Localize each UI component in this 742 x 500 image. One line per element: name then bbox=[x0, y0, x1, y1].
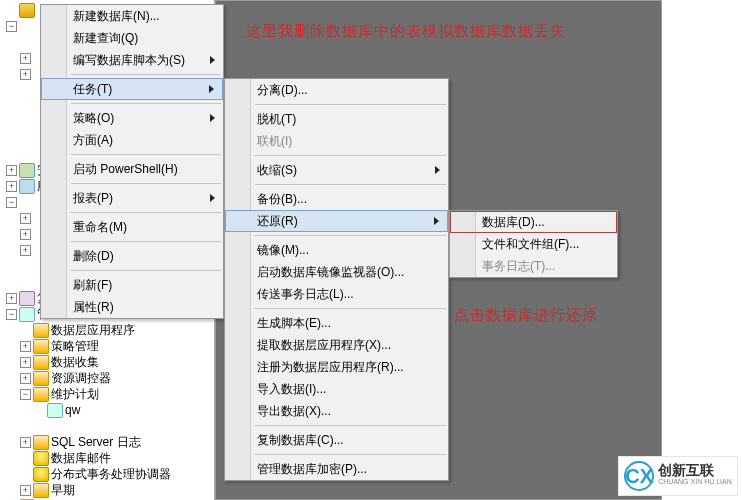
menu-item-label: 删除(D) bbox=[73, 245, 114, 267]
tree-expand-icon[interactable]: + bbox=[20, 485, 31, 496]
tree-expand-icon[interactable]: + bbox=[20, 69, 31, 80]
menu-separator bbox=[71, 270, 221, 271]
menu-main-item[interactable]: 新建数据库(N)... bbox=[41, 5, 223, 27]
tree-node-label: SQL Server 日志 bbox=[51, 434, 141, 450]
tree-expand-icon[interactable]: + bbox=[6, 181, 17, 192]
tree-node[interactable]: +数据收集 bbox=[0, 354, 214, 370]
menu-main-item[interactable]: 启动 PowerShell(H) bbox=[41, 158, 223, 180]
menu-tasks-item[interactable]: 提取数据层应用程序(X)... bbox=[225, 334, 448, 356]
menu-main-item[interactable]: 策略(O) bbox=[41, 107, 223, 129]
menu-item-label: 备份(B)... bbox=[257, 188, 307, 210]
menu-separator bbox=[71, 103, 221, 104]
menu-tasks-item[interactable]: 复制数据库(C)... bbox=[225, 429, 448, 451]
tree-node-label: 策略管理 bbox=[51, 338, 99, 354]
menu-tasks-item[interactable]: 收缩(S) bbox=[225, 159, 448, 181]
tree-node[interactable]: qw bbox=[0, 402, 214, 418]
menu-tasks-item[interactable]: 备份(B)... bbox=[225, 188, 448, 210]
tree-expand-icon[interactable]: + bbox=[20, 53, 31, 64]
menu-item-label: 启动 PowerShell(H) bbox=[73, 158, 178, 180]
menu-tasks-item[interactable]: 导出数据(X)... bbox=[225, 400, 448, 422]
tree-node[interactable] bbox=[0, 418, 214, 434]
menu-tasks-item[interactable]: 启动数据库镜像监视器(O)... bbox=[225, 261, 448, 283]
tree-node[interactable]: −维护计划 bbox=[0, 386, 214, 402]
menu-item-label: 联机(I) bbox=[257, 130, 292, 152]
cyl-icon bbox=[33, 451, 49, 466]
cyl-icon bbox=[33, 467, 49, 482]
menu-tasks-item[interactable]: 镜像(M)... bbox=[225, 239, 448, 261]
menu-tasks-item[interactable]: 还原(R) bbox=[225, 210, 448, 232]
tree-expand-icon[interactable]: + bbox=[20, 437, 31, 448]
menu-item-label: 脱机(T) bbox=[257, 108, 296, 130]
mgmt-icon bbox=[47, 403, 63, 418]
tree-node-label: 数据收集 bbox=[51, 354, 99, 370]
tree-node[interactable]: 数据层应用程序 bbox=[0, 322, 214, 338]
mgmt-icon bbox=[19, 307, 35, 322]
menu-tasks-item[interactable]: 分离(D)... bbox=[225, 79, 448, 101]
menu-item-label: 编写数据库脚本为(S) bbox=[73, 49, 185, 71]
tree-node[interactable]: +SQL Server 日志 bbox=[0, 434, 214, 450]
menu-main-item[interactable]: 新建查询(Q) bbox=[41, 27, 223, 49]
menu-separator bbox=[255, 184, 446, 185]
context-menu-tasks: 分离(D)...脱机(T)联机(I)收缩(S)备份(B)...还原(R)镜像(M… bbox=[224, 78, 449, 481]
menu-main-item[interactable]: 方面(A) bbox=[41, 129, 223, 151]
tree-node[interactable]: +早期 bbox=[0, 482, 214, 498]
menu-main-item[interactable]: 属性(R) bbox=[41, 296, 223, 318]
menu-separator bbox=[255, 425, 446, 426]
menu-restore-item[interactable]: 文件和文件组(F)... bbox=[450, 233, 617, 255]
menu-main-item[interactable]: 编写数据库脚本为(S) bbox=[41, 49, 223, 71]
tree-node[interactable]: 数据库邮件 bbox=[0, 450, 214, 466]
tree-node[interactable]: +策略管理 bbox=[0, 338, 214, 354]
rep-icon bbox=[19, 291, 35, 306]
tree-node[interactable]: 分布式事务处理协调器 bbox=[0, 466, 214, 482]
menu-tasks-item[interactable]: 脱机(T) bbox=[225, 108, 448, 130]
tree-expand-icon[interactable]: + bbox=[6, 293, 17, 304]
tree-expand-icon[interactable]: + bbox=[20, 373, 31, 384]
menu-item-label: 传送事务日志(L)... bbox=[257, 283, 354, 305]
menu-item-label: 生成脚本(E)... bbox=[257, 312, 331, 334]
tree-expand-icon[interactable]: + bbox=[20, 213, 31, 224]
tree-expand-icon[interactable]: − bbox=[6, 197, 17, 208]
tree-node-label: 资源调控器 bbox=[51, 370, 111, 386]
tree-node-label: 分布式事务处理协调器 bbox=[51, 466, 171, 482]
menu-main-item[interactable]: 删除(D) bbox=[41, 245, 223, 267]
menu-tasks-item[interactable]: 注册为数据层应用程序(R)... bbox=[225, 356, 448, 378]
menu-item-label: 复制数据库(C)... bbox=[257, 429, 344, 451]
menu-item-label: 管理数据库加密(P)... bbox=[257, 458, 367, 480]
menu-item-label: 事务日志(T)... bbox=[482, 255, 555, 277]
tree-expand-icon[interactable]: − bbox=[20, 389, 31, 400]
menu-main-item[interactable]: 重命名(M) bbox=[41, 216, 223, 238]
folder-icon bbox=[33, 323, 49, 338]
menu-tasks-item[interactable]: 管理数据库加密(P)... bbox=[225, 458, 448, 480]
tree-node-label: qw bbox=[65, 402, 80, 418]
tree-node[interactable]: +资源调控器 bbox=[0, 370, 214, 386]
submenu-arrow-icon bbox=[209, 85, 214, 93]
menu-item-label: 新建数据库(N)... bbox=[73, 5, 160, 27]
menu-main-item[interactable]: 任务(T) bbox=[41, 78, 223, 100]
tree-expand-icon[interactable]: − bbox=[6, 21, 17, 32]
menu-item-label: 新建查询(Q) bbox=[73, 27, 138, 49]
menu-item-label: 数据库(D)... bbox=[482, 212, 545, 232]
menu-tasks-item: 联机(I) bbox=[225, 130, 448, 152]
tree-expand-icon[interactable]: − bbox=[6, 309, 17, 320]
tree-expand-icon[interactable]: + bbox=[20, 357, 31, 368]
folder-icon bbox=[33, 355, 49, 370]
tree-expand-icon[interactable]: + bbox=[20, 245, 31, 256]
menu-item-label: 导入数据(I)... bbox=[257, 378, 326, 400]
annotation-top: 这里我删除数据库中的表模拟数据库数据丢失 bbox=[246, 22, 566, 41]
menu-tasks-item[interactable]: 生成脚本(E)... bbox=[225, 312, 448, 334]
menu-tasks-item[interactable]: 导入数据(I)... bbox=[225, 378, 448, 400]
right-blank-panel bbox=[662, 0, 742, 500]
obj-icon bbox=[19, 179, 35, 194]
menu-main-item[interactable]: 报表(P) bbox=[41, 187, 223, 209]
db-icon bbox=[19, 3, 35, 18]
tree-node-label: 早期 bbox=[51, 482, 75, 498]
menu-main-item[interactable]: 刷新(F) bbox=[41, 274, 223, 296]
tree-expand-icon[interactable]: + bbox=[20, 341, 31, 352]
menu-separator bbox=[255, 104, 446, 105]
menu-separator bbox=[71, 183, 221, 184]
tree-expand-icon[interactable]: + bbox=[6, 165, 17, 176]
menu-restore-item[interactable]: 数据库(D)... bbox=[450, 211, 617, 233]
menu-item-label: 还原(R) bbox=[257, 211, 298, 231]
tree-expand-icon[interactable]: + bbox=[20, 229, 31, 240]
menu-tasks-item[interactable]: 传送事务日志(L)... bbox=[225, 283, 448, 305]
